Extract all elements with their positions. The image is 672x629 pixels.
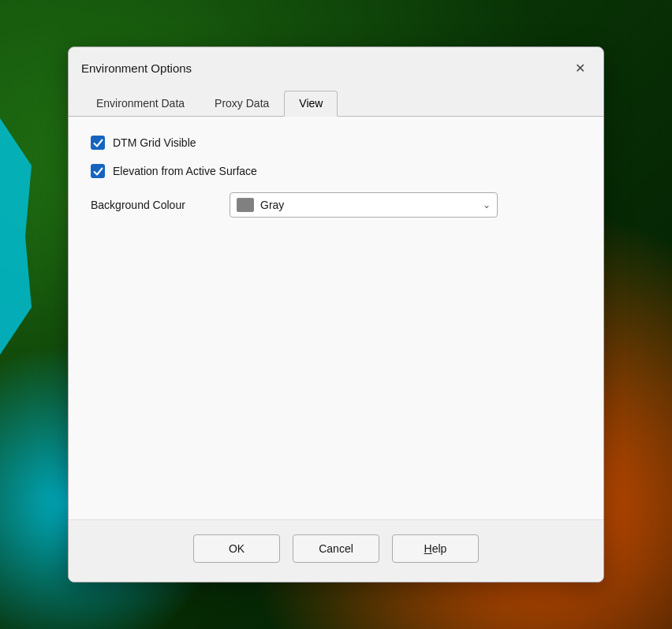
background-colour-label: Background Colour [91, 199, 217, 211]
help-rest: elp [432, 542, 447, 555]
checkmark-icon [93, 138, 103, 148]
dialog-title: Environment Options [81, 61, 192, 75]
dtm-grid-visible-label: DTM Grid Visible [113, 136, 196, 149]
dtm-grid-visible-checkbox[interactable] [91, 136, 105, 150]
cancel-button[interactable]: Cancel [293, 534, 379, 563]
help-button[interactable]: Help [392, 534, 479, 563]
elevation-active-label: Elevation from Active Surface [113, 165, 257, 177]
background-colour-row: Background Colour Gray ⌄ [91, 192, 581, 218]
checkmark-icon-2 [93, 166, 103, 177]
dtm-grid-visible-row: DTM Grid Visible [91, 136, 581, 150]
background-colour-dropdown[interactable]: Gray ⌄ [230, 192, 498, 218]
dialog-footer: OK Cancel Help [69, 519, 603, 582]
colour-name: Gray [260, 199, 284, 211]
elevation-active-checkbox[interactable] [91, 164, 105, 178]
elevation-active-row: Elevation from Active Surface [91, 164, 581, 178]
tab-view[interactable]: View [284, 91, 338, 117]
tabs-bar: Environment Data Proxy Data View [69, 84, 603, 117]
ok-button[interactable]: OK [193, 534, 280, 563]
dialog-backdrop: Environment Options ✕ Environment Data P… [0, 0, 672, 629]
help-underline: H [424, 542, 432, 555]
dialog-content: DTM Grid Visible Elevation from Active S… [69, 117, 603, 519]
close-button[interactable]: ✕ [569, 57, 591, 79]
colour-swatch [237, 198, 254, 212]
tab-environment-data[interactable]: Environment Data [81, 91, 200, 117]
dropdown-arrow-icon: ⌄ [483, 199, 491, 210]
environment-options-dialog: Environment Options ✕ Environment Data P… [68, 47, 604, 582]
colour-swatch-group: Gray [237, 198, 284, 212]
tab-proxy-data[interactable]: Proxy Data [200, 91, 284, 117]
title-bar: Environment Options ✕ [69, 47, 603, 79]
